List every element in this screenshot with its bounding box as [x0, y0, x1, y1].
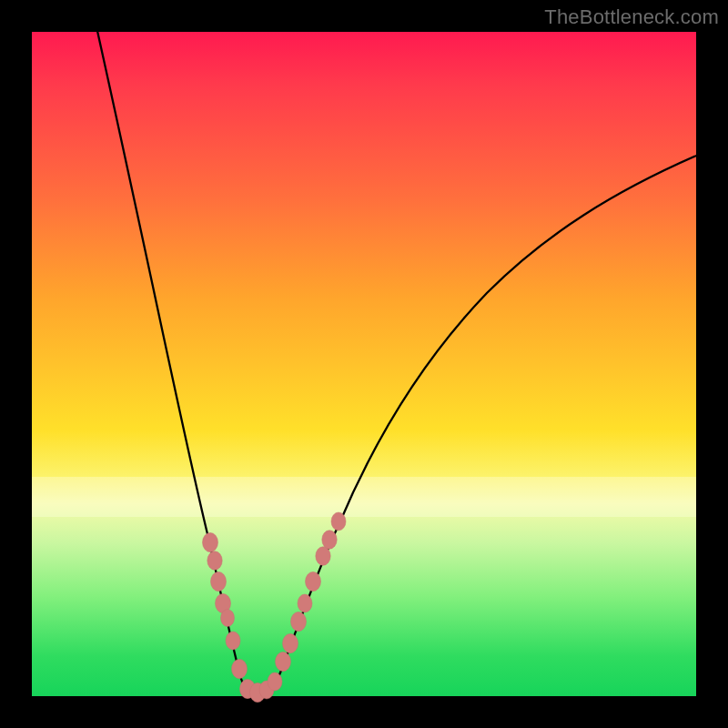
- data-marker: [207, 551, 222, 571]
- data-marker: [211, 571, 227, 591]
- data-marker: [221, 610, 235, 627]
- curve-left-branch: [96, 23, 256, 693]
- data-marker: [268, 672, 282, 691]
- data-marker: [306, 571, 321, 591]
- chart-frame: TheBottleneck.com: [0, 0, 728, 728]
- curve-right-branch: [256, 154, 701, 693]
- data-marker: [291, 612, 307, 631]
- data-marker: [276, 652, 291, 671]
- data-marker: [331, 512, 346, 531]
- data-marker: [203, 532, 218, 551]
- data-marker: [298, 594, 312, 612]
- data-marker: [283, 633, 298, 652]
- marker-group: [203, 512, 347, 703]
- watermark-text: TheBottleneck.com: [544, 5, 719, 29]
- data-marker: [232, 659, 248, 678]
- chart-svg: [32, 32, 696, 696]
- data-marker: [316, 547, 330, 566]
- data-marker: [226, 632, 240, 650]
- data-marker: [322, 531, 337, 550]
